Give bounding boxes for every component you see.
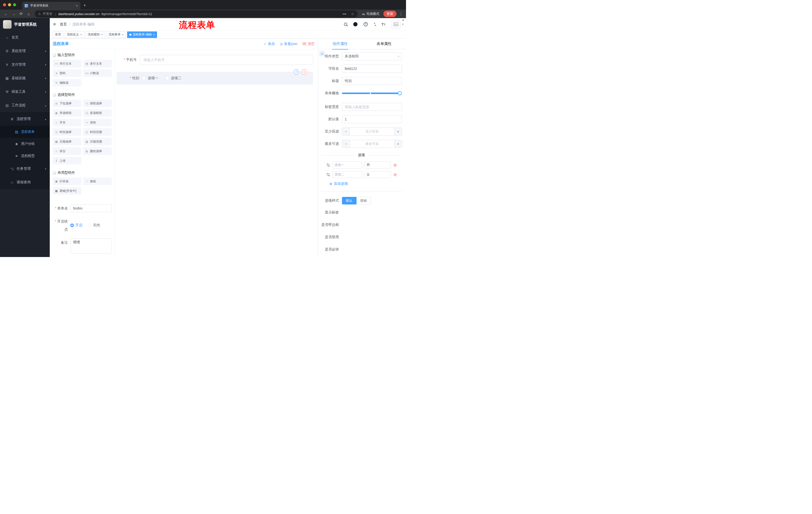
sidebar-item-infrastructure[interactable]: ▦ 基础设施 ▾ — [0, 72, 50, 85]
comp-editor[interactable]: ✎编辑器 — [53, 79, 81, 86]
comp-button[interactable]: ☝按钮 — [83, 178, 112, 185]
status-off-radio[interactable]: 关闭 — [88, 223, 100, 227]
phone-input[interactable] — [140, 55, 313, 65]
browser-tab[interactable]: 芋道管理系统 × — [22, 2, 80, 9]
tag-home[interactable]: 首页 — [53, 31, 63, 38]
comp-switch[interactable]: ◐开关 — [53, 119, 81, 126]
reload-button[interactable]: ⟳ — [18, 11, 25, 16]
tag-process-definition[interactable]: 流程定义 × — [64, 31, 84, 38]
browser-menu-icon[interactable]: ⋮ — [399, 11, 404, 16]
canvas-field-phone[interactable]: 手机号 — [117, 55, 313, 65]
sidebar-item-system[interactable]: ⚙ 系统管理 ▾ — [0, 44, 50, 58]
clear-button[interactable]: ⌧ 清空 — [302, 42, 315, 46]
comp-slider[interactable]: ⊸滑块 — [83, 119, 112, 126]
hamburger-icon[interactable]: ≡ — [53, 22, 56, 27]
save-button[interactable]: ✓ 保存 — [264, 42, 275, 46]
status-on-radio[interactable]: 开启 — [70, 223, 82, 227]
forward-button[interactable]: → — [10, 12, 17, 16]
tag-close-icon[interactable]: × — [122, 33, 124, 36]
remove-option-icon[interactable]: ⊖ — [394, 163, 397, 167]
gender-option-1[interactable]: 选项一 — [142, 76, 158, 80]
maximize-window-button[interactable] — [13, 3, 16, 6]
font-size-icon[interactable]: TT — [381, 22, 385, 26]
close-window-button[interactable] — [3, 3, 6, 6]
canvas-field-gender-selected[interactable]: ❐ ✕ 性别 选项一 选项二 — [117, 72, 313, 84]
tag-close-icon[interactable]: × — [80, 33, 82, 36]
label-width-input[interactable] — [342, 103, 402, 111]
view-json-button[interactable]: ◎ 查看json — [280, 42, 297, 46]
gender-option-2[interactable]: 选项二 — [165, 76, 181, 80]
decrement-button[interactable]: − — [342, 128, 350, 135]
tag-close-icon[interactable]: × — [153, 33, 155, 36]
not-secure-label[interactable]: 不安全 — [43, 11, 53, 16]
tag-process-model[interactable]: 流程模型 × — [85, 31, 105, 38]
comp-time-range[interactable]: ◴时间范围 — [83, 128, 112, 136]
sidebar-item-devtools[interactable]: ⚒ 研发工具 ▾ — [0, 85, 50, 99]
min-select-value[interactable]: 至少应选 — [350, 128, 394, 135]
field-name-input[interactable] — [342, 64, 402, 73]
address-bar[interactable]: ⚠ 不安全 | dashboard.yudao.iocoder.cn/bpm/m… — [35, 10, 357, 17]
form-grid-slider[interactable] — [342, 92, 400, 94]
max-select-value[interactable]: 最多可选 — [350, 140, 394, 147]
form-name-input[interactable] — [70, 204, 112, 212]
comp-multiline-text[interactable]: ▤多行文本 — [83, 60, 112, 67]
comp-counter[interactable]: 123计数器 — [83, 70, 112, 77]
increment-button[interactable]: + — [394, 140, 402, 147]
sidebar-item-process-management[interactable]: ≣ 流程管理 ▴ — [0, 112, 50, 126]
home-button[interactable]: ⌂ — [25, 12, 32, 16]
sidebar-item-leave-query[interactable]: ☺ 请假查询 — [0, 175, 50, 189]
comp-row-container[interactable]: ▣行容器 — [53, 178, 81, 185]
comp-date-range[interactable]: ▧日期范围 — [83, 138, 112, 145]
comp-rate[interactable]: ☆评分 — [53, 147, 81, 155]
sidebar-item-process-model[interactable]: ➤ 流程模型 — [0, 150, 50, 162]
new-tab-button[interactable]: + — [83, 3, 86, 8]
comp-checkbox-group[interactable]: ☑多选框组 — [83, 109, 112, 117]
comp-select[interactable]: ◎下拉选择 — [53, 100, 81, 107]
tag-process-form-edit[interactable]: 流程表单-编辑 × — [127, 31, 157, 38]
sidebar-item-task-management[interactable]: ⌥ 任务管理 ▾ — [0, 162, 50, 175]
tag-process-form[interactable]: 流程表单 × — [106, 31, 126, 38]
comp-password[interactable]: ∗密码 — [53, 70, 81, 77]
style-button-button[interactable]: 按钮 — [356, 197, 371, 205]
back-button[interactable]: ← — [2, 12, 9, 16]
comp-singleline-text[interactable]: ▭单行文本 — [53, 60, 81, 67]
form-remark-textarea[interactable]: 嘿嘿 — [70, 238, 112, 253]
decrement-button[interactable]: − — [342, 140, 350, 147]
comp-date-picker[interactable]: ▦日期选择 — [53, 138, 81, 145]
option-value-input[interactable] — [364, 171, 391, 178]
sidebar-item-payment[interactable]: ¥ 支付管理 ▾ — [0, 58, 50, 72]
checkbox-icon[interactable] — [165, 77, 169, 80]
slider-handle[interactable] — [398, 91, 402, 95]
avatar[interactable] — [392, 20, 401, 29]
tab-component-props[interactable]: 组件属性 — [318, 39, 362, 49]
add-option-button[interactable]: ⊕ 添加选项 — [329, 182, 402, 186]
checkbox-icon[interactable] — [142, 77, 146, 80]
browser-update-button[interactable]: 更新 — [383, 10, 397, 17]
window-caret-icon[interactable]: ▾ — [402, 19, 404, 22]
title-input[interactable] — [342, 77, 402, 85]
search-icon[interactable] — [344, 23, 347, 26]
comp-color-picker[interactable]: ◍颜色选择 — [83, 147, 112, 155]
breadcrumb-home[interactable]: 首页 — [60, 22, 67, 27]
bookmark-star-icon[interactable]: ☆ — [351, 12, 354, 16]
sidebar-item-home[interactable]: ⌂ 首页 — [0, 31, 50, 44]
option-name-input[interactable] — [332, 161, 362, 168]
tab-close-icon[interactable]: × — [76, 4, 78, 7]
delete-field-button[interactable]: ✕ — [301, 69, 307, 75]
password-key-icon[interactable]: ⊶ — [343, 12, 346, 16]
sidebar-item-workflow[interactable]: ▤ 工作流程 ▴ — [0, 99, 50, 112]
user-menu[interactable]: ▾ — [392, 20, 404, 29]
sidebar-item-process-form[interactable]: ▤ 流程表单 — [0, 126, 50, 138]
comp-radio-group[interactable]: ◉单选框组 — [53, 109, 81, 117]
copy-field-button[interactable]: ❐ — [294, 69, 299, 75]
comp-cascader[interactable]: ⌥级联选择 — [83, 100, 112, 107]
option-value-input[interactable] — [364, 161, 391, 168]
tab-form-props[interactable]: 表单属性 — [362, 39, 406, 49]
sidebar-item-user-group[interactable]: ☻ 用户分组 — [0, 138, 50, 150]
style-default-button[interactable]: 默认 — [342, 197, 356, 205]
increment-button[interactable]: + — [394, 128, 402, 135]
component-type-select[interactable]: 多选框组▾ — [342, 52, 402, 60]
tag-close-icon[interactable]: × — [101, 33, 103, 36]
remove-option-icon[interactable]: ⊖ — [394, 172, 397, 177]
github-icon[interactable] — [353, 22, 357, 26]
